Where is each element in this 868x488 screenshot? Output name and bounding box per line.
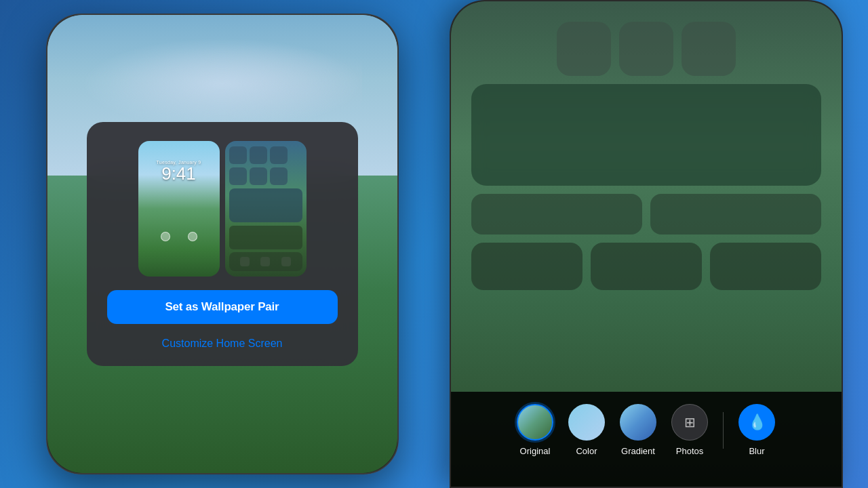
right-widget-large — [471, 84, 821, 186]
lock-time: 9:41 — [138, 165, 220, 182]
home-widget-row-4 — [229, 226, 302, 249]
color-option-circle[interactable] — [568, 404, 605, 441]
right-widget-sm-2 — [619, 22, 673, 76]
photos-icon: ⊞ — [684, 414, 696, 430]
power-button — [397, 157, 399, 198]
home-widget-row-3 — [229, 188, 302, 222]
scene: Tuesday, January 9 9:41 — [0, 0, 868, 488]
wallpaper-preview-pair: Tuesday, January 9 9:41 — [103, 141, 342, 277]
blur-drop-icon: 💧 — [748, 413, 766, 431]
wallpaper-options-bar: Original Color Gradient ⊞ Phot — [451, 392, 842, 487]
home-widget-lg-1 — [229, 188, 302, 222]
gradient-option-circle[interactable] — [620, 404, 656, 441]
lock-icon-left — [161, 232, 170, 241]
dock-icon-2 — [260, 257, 270, 266]
left-phone: Tuesday, January 9 9:41 — [46, 14, 399, 474]
right-top-widget-row — [471, 22, 821, 76]
photos-option-label: Photos — [676, 446, 703, 456]
right-widget-sm-1 — [557, 22, 611, 76]
home-widget-sm-1 — [229, 146, 247, 164]
home-dock — [229, 252, 302, 271]
wallpaper-option-original[interactable]: Original — [517, 404, 553, 456]
original-option-circle[interactable] — [517, 404, 553, 441]
dock-icon-1 — [240, 257, 250, 266]
home-screen-preview — [225, 141, 307, 277]
home-widget-row-1 — [229, 146, 302, 164]
home-widget-med-1 — [229, 226, 302, 249]
home-widget-row-2 — [229, 167, 302, 185]
wallpaper-option-photos[interactable]: ⊞ Photos — [671, 404, 708, 456]
customize-home-screen-link[interactable]: Customize Home Screen — [162, 338, 283, 350]
lock-icon-right — [188, 232, 197, 241]
right-widget-mid-1 — [471, 194, 642, 235]
photos-option-circle[interactable]: ⊞ — [671, 404, 708, 441]
home-widget-sm-5 — [250, 167, 267, 185]
right-widget-grid — [471, 243, 821, 290]
blur-option-label: Blur — [749, 446, 764, 456]
dock-icon-3 — [281, 257, 291, 266]
home-widget-sm-6 — [270, 167, 288, 185]
lock-screen-time-area: Tuesday, January 9 9:41 — [138, 160, 220, 182]
set-wallpaper-pair-button[interactable]: Set as Wallpaper Pair — [107, 290, 338, 324]
gradient-option-label: Gradient — [621, 446, 655, 456]
right-phone: Original Color Gradient ⊞ Phot — [450, 0, 843, 488]
wallpaper-options-row: Original Color Gradient ⊞ Phot — [517, 404, 775, 456]
options-divider — [723, 412, 724, 449]
right-grid-item-1 — [471, 243, 583, 290]
home-widget-sm-4 — [229, 167, 247, 185]
home-widget-sm-3 — [270, 146, 288, 164]
wallpaper-option-color[interactable]: Color — [568, 404, 605, 456]
right-widget-sm-3 — [682, 22, 736, 76]
wallpaper-option-blur[interactable]: 💧 Blur — [738, 404, 775, 456]
home-widget-sm-2 — [250, 146, 267, 164]
right-widget-mid-2 — [650, 194, 821, 235]
right-grid-item-3 — [710, 243, 821, 290]
lock-screen-icons — [138, 232, 220, 241]
original-option-label: Original — [520, 446, 551, 456]
wallpaper-option-gradient[interactable]: Gradient — [620, 404, 656, 456]
blur-option-circle[interactable]: 💧 — [738, 404, 775, 441]
home-screen-widgets — [225, 141, 307, 255]
right-mid-widget-row — [471, 194, 821, 235]
lock-screen-preview: Tuesday, January 9 9:41 — [138, 141, 220, 277]
wallpaper-pair-dialog: Tuesday, January 9 9:41 — [87, 122, 358, 366]
right-grid-item-2 — [591, 243, 702, 290]
color-option-label: Color — [576, 446, 597, 456]
